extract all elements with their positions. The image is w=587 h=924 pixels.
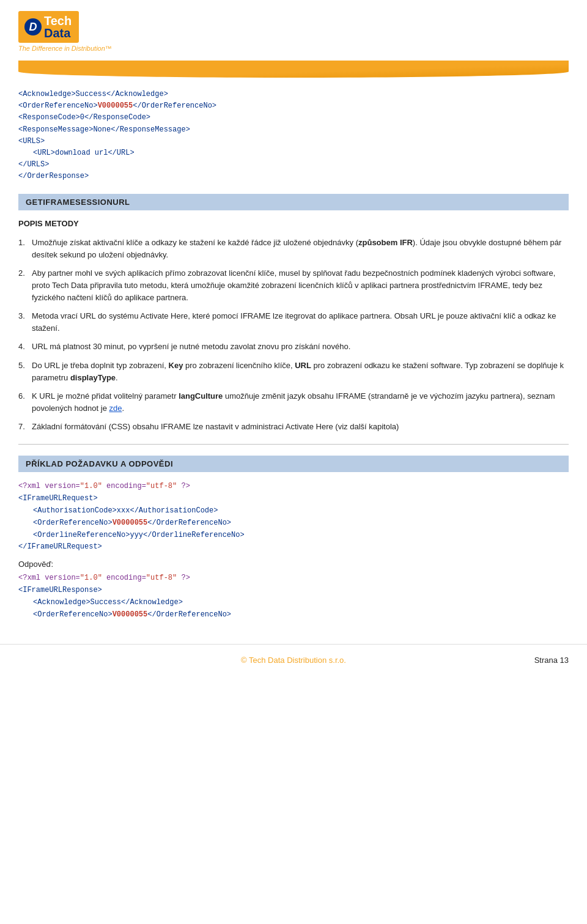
footer: © Tech Data Distribution s.r.o. Strana 1… bbox=[0, 644, 587, 676]
list-num-3: 3. bbox=[18, 310, 32, 334]
list-item-7: 7. Základní formátování (CSS) obsahu IFR… bbox=[18, 421, 569, 433]
code-line-5: <URLS> bbox=[18, 136, 569, 147]
header: D Tech Data The Difference in Distributi… bbox=[0, 0, 587, 78]
list-num-7: 7. bbox=[18, 421, 32, 433]
list-item-5: 5. Do URL je třeba doplnit typ zobrazení… bbox=[18, 360, 569, 384]
xml-res-line-3: <Acknowledge>Success</Acknowledge> bbox=[18, 597, 569, 609]
list-item-4: 4. URL má platnost 30 minut, po vypršení… bbox=[18, 341, 569, 353]
logo-tagline: The Difference in Distribution™ bbox=[18, 45, 112, 52]
footer-page: Strana 13 bbox=[534, 656, 569, 665]
bold-displaytype: displayType bbox=[70, 373, 116, 382]
bold-url: URL bbox=[295, 361, 311, 370]
zde-link[interactable]: zde bbox=[109, 404, 122, 413]
xml-res-line-4: <OrderReferenceNo>V0000055</OrderReferen… bbox=[18, 609, 569, 621]
list-text-7: Základní formátování (CSS) obsahu IFRAME… bbox=[32, 421, 569, 433]
list-num-1: 1. bbox=[18, 237, 32, 261]
section-popis-header: POPIS METODY bbox=[18, 219, 569, 229]
code-line-3: <ResponseCode>0</ResponseCode> bbox=[18, 112, 569, 124]
bold-key: Key bbox=[169, 361, 183, 370]
section-getiframe-header: GETIFRAMESESSIONURL bbox=[18, 194, 569, 210]
list-text-4: URL má platnost 30 minut, po vypršení je… bbox=[32, 341, 569, 353]
code-line-1: <Acknowledge>Success</Acknowledge> bbox=[18, 89, 569, 100]
xml-request: <?xml version="1.0" encoding="utf-8" ?> … bbox=[18, 481, 569, 553]
logo-tech: Tech bbox=[44, 15, 72, 27]
code-line-8: </OrderResponse> bbox=[18, 171, 569, 182]
logo-data: Data bbox=[44, 27, 72, 39]
code-block-top: <Acknowledge>Success</Acknowledge> <Orde… bbox=[18, 89, 569, 183]
list-text-6: K URL je možné přidat volitelný parametr… bbox=[32, 390, 569, 415]
xml-res-line-1: <?xml version="1.0" encoding="utf-8" ?> bbox=[18, 572, 569, 585]
logo-words: Tech Data bbox=[44, 15, 72, 39]
wave-decoration bbox=[18, 61, 569, 78]
list-item-3: 3. Metoda vrací URL do systému Activate … bbox=[18, 310, 569, 334]
list-text-1: Umožňuje získat aktivační klíče a odkazy… bbox=[32, 237, 569, 261]
list-item-6: 6. K URL je možné přidat volitelný param… bbox=[18, 390, 569, 415]
footer-copyright: © Tech Data Distribution s.r.o. bbox=[241, 656, 346, 665]
xml-req-line-2: <IFrameURLRequest> bbox=[18, 493, 569, 505]
logo-icon: D bbox=[24, 18, 42, 35]
xml-req-line-3: <AuthorisationCode>xxx</AuthorisationCod… bbox=[18, 505, 569, 517]
section-divider bbox=[18, 444, 569, 445]
code-line-7: </URLS> bbox=[18, 159, 569, 171]
logo-area: D Tech Data The Difference in Distributi… bbox=[18, 11, 569, 52]
list-num-2: 2. bbox=[18, 267, 32, 304]
list-num-4: 4. bbox=[18, 341, 32, 353]
xml-req-line-6: </IFrameURLRequest> bbox=[18, 541, 569, 553]
list-text-3: Metoda vrací URL do systému Activate Her… bbox=[32, 310, 569, 334]
list-item-2: 2. Aby partner mohl ve svých aplikacích … bbox=[18, 267, 569, 304]
bold-langculture: langCulture bbox=[179, 391, 223, 401]
list-num-6: 6. bbox=[18, 390, 32, 415]
code-line-6: <URL>download url</URL> bbox=[18, 147, 569, 159]
list-num-5: 5. bbox=[18, 360, 32, 384]
bold-ifr: způsobem IFR bbox=[358, 238, 413, 247]
section-priklad-header: PŘÍKLAD POŽADAVKU A ODPOVĚDI bbox=[18, 456, 569, 472]
code-line-2: <OrderReferenceNo>V0000055</OrderReferen… bbox=[18, 100, 569, 112]
code-line-4: <ResponseMessage>None</ResponseMessage> bbox=[18, 124, 569, 136]
logo: D Tech Data bbox=[18, 11, 79, 43]
xml-req-line-5: <OrderlineReferenceNo>yyy</OrderlineRefe… bbox=[18, 530, 569, 542]
list-text-2: Aby partner mohl ve svých aplikacích pří… bbox=[32, 267, 569, 304]
xml-response: <?xml version="1.0" encoding="utf-8" ?> … bbox=[18, 572, 569, 621]
main-content: <Acknowledge>Success</Acknowledge> <Orde… bbox=[0, 78, 587, 638]
numbered-list: 1. Umožňuje získat aktivační klíče a odk… bbox=[18, 237, 569, 434]
xml-req-line-4: <OrderReferenceNo>V0000055</OrderReferen… bbox=[18, 517, 569, 530]
list-text-5: Do URL je třeba doplnit typ zobrazení, K… bbox=[32, 360, 569, 384]
xml-req-line-1: <?xml version="1.0" encoding="utf-8" ?> bbox=[18, 481, 569, 493]
xml-res-line-2: <IFrameURLResponse> bbox=[18, 585, 569, 597]
answer-label: Odpověď: bbox=[18, 560, 569, 569]
list-item-1: 1. Umožňuje získat aktivační klíče a odk… bbox=[18, 237, 569, 261]
